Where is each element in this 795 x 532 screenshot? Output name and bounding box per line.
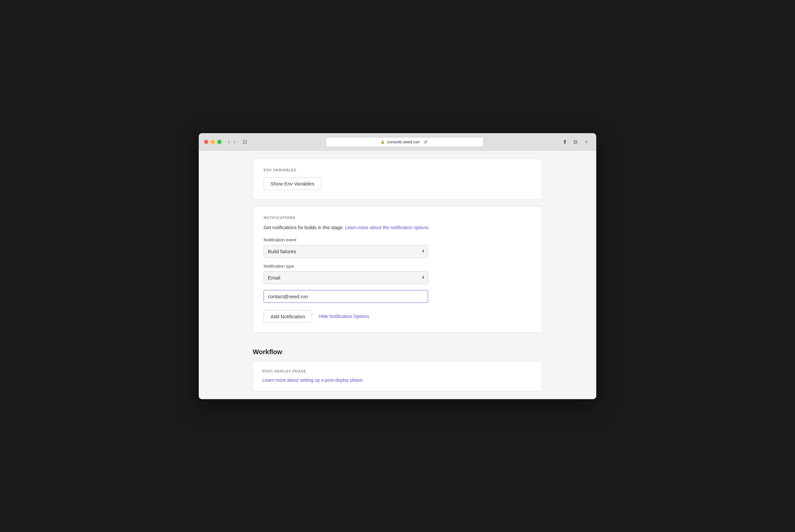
add-notification-button[interactable]: Add Notification bbox=[263, 310, 312, 323]
email-field-group bbox=[263, 290, 532, 303]
close-button[interactable] bbox=[204, 140, 208, 144]
url-text: console.seed.run bbox=[387, 139, 420, 144]
notification-event-label: Notification event bbox=[263, 238, 532, 242]
share-button[interactable]: ⬆ bbox=[561, 138, 569, 146]
notifications-inner: NOTIFICATIONS Get notifications for buil… bbox=[253, 207, 542, 332]
notification-event-select-wrapper: Build failures All builds Build successe… bbox=[263, 245, 428, 258]
post-deploy-box: POST-DEPLOY PHASE Learn more about setti… bbox=[253, 361, 542, 391]
notification-type-group: Notification type Email Slack Webhook ⬍ bbox=[263, 264, 532, 284]
address-bar[interactable]: 🔒 console.seed.run ↺ bbox=[326, 137, 484, 147]
toolbar-actions: ⬆ ⧉ ＋ bbox=[561, 138, 591, 146]
new-tab-button[interactable]: ⧉ bbox=[572, 138, 579, 146]
env-variables-inner: ENV VARIABLES Show Env Variables bbox=[253, 159, 542, 199]
lock-icon: 🔒 bbox=[381, 140, 385, 144]
learn-more-link[interactable]: Learn more about the notification option… bbox=[345, 225, 430, 230]
traffic-lights bbox=[204, 140, 221, 144]
notification-type-select-wrapper: Email Slack Webhook ⬍ bbox=[263, 271, 428, 284]
minimize-button[interactable] bbox=[210, 140, 215, 144]
add-tab-button[interactable]: ＋ bbox=[582, 138, 591, 146]
notifications-section: NOTIFICATIONS Get notifications for buil… bbox=[253, 206, 542, 332]
nav-buttons: ‹ › bbox=[227, 139, 237, 145]
env-variables-section: ENV VARIABLES Show Env Variables bbox=[253, 158, 542, 200]
notifications-desc-text: Get notifications for builds in this sta… bbox=[263, 225, 344, 230]
sidebar-toggle-button[interactable]: ⊡ bbox=[241, 138, 249, 146]
notifications-actions-row: Add Notification Hide Notification Optio… bbox=[263, 310, 532, 323]
notification-type-label: Notification type bbox=[263, 264, 532, 269]
forward-button[interactable]: › bbox=[232, 139, 237, 145]
notification-event-group: Notification event Build failures All bu… bbox=[263, 238, 532, 258]
hide-notification-options-link[interactable]: Hide Notification Options bbox=[318, 314, 369, 319]
page-content: ENV VARIABLES Show Env Variables NOTIFIC… bbox=[226, 151, 569, 399]
env-variables-label: ENV VARIABLES bbox=[263, 168, 532, 172]
browser-chrome: ‹ › ⊡ 🔒 console.seed.run ↺ ⬆ ⧉ ＋ bbox=[199, 133, 596, 151]
notifications-section-label: NOTIFICATIONS bbox=[263, 216, 532, 220]
email-input[interactable] bbox=[263, 290, 428, 303]
notification-type-select[interactable]: Email Slack Webhook bbox=[263, 271, 428, 284]
browser-window: ‹ › ⊡ 🔒 console.seed.run ↺ ⬆ ⧉ ＋ ENV VAR… bbox=[199, 133, 596, 399]
maximize-button[interactable] bbox=[217, 140, 221, 144]
browser-content: ENV VARIABLES Show Env Variables NOTIFIC… bbox=[199, 151, 596, 399]
workflow-section: Workflow POST-DEPLOY PHASE Learn more ab… bbox=[253, 339, 542, 391]
post-deploy-learn-more-link[interactable]: Learn more about setting up a post-deplo… bbox=[262, 378, 364, 383]
workflow-title: Workflow bbox=[253, 348, 542, 356]
show-env-variables-button[interactable]: Show Env Variables bbox=[263, 177, 321, 190]
reload-button[interactable]: ↺ bbox=[422, 139, 429, 145]
notification-event-select[interactable]: Build failures All builds Build successe… bbox=[263, 245, 428, 258]
address-bar-wrapper: 🔒 console.seed.run ↺ bbox=[253, 137, 557, 147]
back-button[interactable]: ‹ bbox=[227, 139, 231, 145]
notifications-description: Get notifications for builds in this sta… bbox=[263, 225, 532, 230]
post-deploy-label: POST-DEPLOY PHASE bbox=[262, 369, 533, 373]
